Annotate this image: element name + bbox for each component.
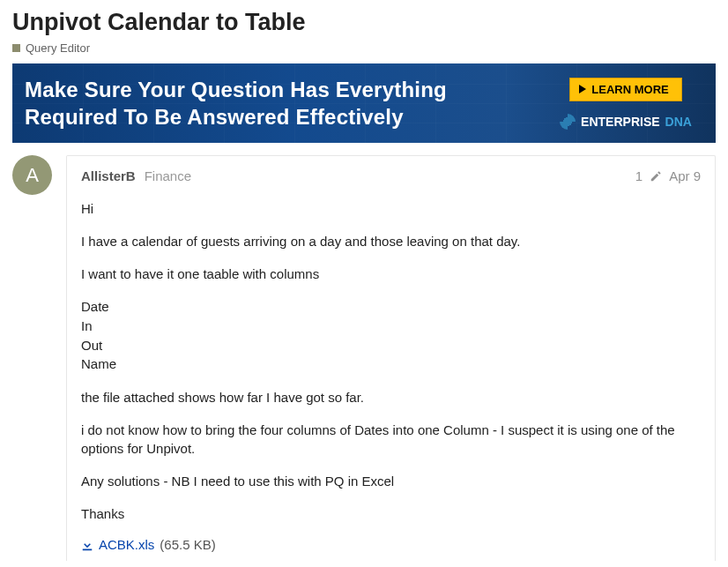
column-name: Out xyxy=(81,336,701,355)
body-paragraph: Any solutions - NB I need to use this wi… xyxy=(81,472,701,490)
pencil-icon[interactable] xyxy=(650,170,662,183)
banner-headline: Make Sure Your Question Has Everything R… xyxy=(12,76,506,131)
learn-more-label: LEARN MORE xyxy=(591,83,668,96)
topic-title[interactable]: Unpivot Calendar to Table xyxy=(12,9,716,36)
author-name[interactable]: AllisterB xyxy=(81,168,136,183)
download-icon xyxy=(81,539,93,551)
body-paragraph: i do not know how to bring the four colu… xyxy=(81,421,701,458)
avatar[interactable]: A xyxy=(12,155,52,195)
brand-icon xyxy=(560,114,576,130)
column-name: In xyxy=(81,317,701,336)
attachment-row: ACBK.xls (65.5 KB) xyxy=(81,537,701,552)
attachment-size: (65.5 KB) xyxy=(160,537,215,552)
body-paragraph: the file attached shows how far I have g… xyxy=(81,388,701,407)
post-date[interactable]: Apr 9 xyxy=(669,168,701,183)
category-swatch xyxy=(12,44,20,52)
learn-more-button[interactable]: LEARN MORE xyxy=(569,78,681,101)
brand-text-right: DNA xyxy=(665,115,692,129)
body-paragraph: I want to have it one taable with column… xyxy=(81,265,701,283)
brand-text-left: ENTERPRISE xyxy=(581,115,659,129)
category-link[interactable]: Query Editor xyxy=(12,41,716,55)
play-icon xyxy=(579,85,586,93)
post-card: AllisterB Finance 1 Apr 9 Hi I have a ca… xyxy=(66,155,716,561)
body-paragraph: Hi xyxy=(81,199,701,218)
post-body: Hi I have a calendar of guests arriving … xyxy=(81,199,701,552)
column-name: Date xyxy=(81,297,701,317)
promo-banner[interactable]: Make Sure Your Question Has Everything R… xyxy=(12,63,716,143)
column-name: Name xyxy=(81,354,701,374)
category-name: Query Editor xyxy=(26,41,90,55)
attachment-link[interactable]: ACBK.xls xyxy=(99,537,154,552)
body-paragraph: Thanks xyxy=(81,504,701,523)
body-paragraph: I have a calendar of guests arriving on … xyxy=(81,232,701,250)
brand-logo: ENTERPRISE DNA xyxy=(560,114,692,130)
edit-count: 1 xyxy=(635,168,643,183)
author-group: Finance xyxy=(145,168,191,183)
